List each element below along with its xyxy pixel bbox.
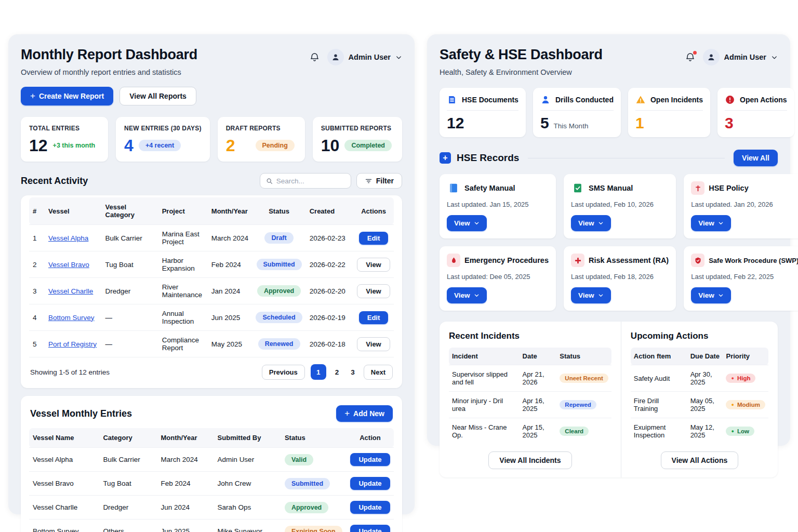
view-all-actions-button[interactable]: View All Actions xyxy=(661,451,739,469)
update-button[interactable]: Update xyxy=(350,477,390,490)
table-row: 4 Bottom Survey — Annual Inspection Jun … xyxy=(29,304,394,331)
status-badge: Approved xyxy=(257,285,301,297)
vessel-link[interactable]: Vessel Alpha xyxy=(48,234,88,242)
vessel-monthly-entries-card: Vessel Monthly Entries + Add New Vessel … xyxy=(21,396,402,532)
safety-hse-dashboard: Safety & HSE Dashboard Health, Safety & … xyxy=(427,34,790,446)
chevron-down-icon xyxy=(718,220,724,226)
edit-button[interactable]: Edit xyxy=(359,232,389,245)
last-updated-text: Last updated. Jan 15, 2025 xyxy=(447,201,549,208)
view-dropdown-button[interactable]: View xyxy=(447,287,487,303)
status-badge: Uneet Recent xyxy=(560,374,608,383)
page-2-button[interactable]: 2 xyxy=(332,366,342,378)
view-dropdown-button[interactable]: View xyxy=(447,215,487,231)
chevron-down-icon xyxy=(598,292,604,298)
last-updated-text: Last updated. Jan 20, 2026 xyxy=(691,201,798,208)
chevron-down-icon xyxy=(771,54,778,61)
update-button[interactable]: Update xyxy=(350,525,390,532)
previous-page-button[interactable]: Previous xyxy=(262,365,305,380)
incidents-actions-card: Recent Incidents Incident Date Status Su… xyxy=(440,322,778,477)
page-3-button[interactable]: 3 xyxy=(348,366,358,378)
monthly-report-dashboard: Monthly Report Dashboard Overview of mon… xyxy=(8,34,415,514)
next-page-button[interactable]: Next xyxy=(364,365,393,380)
stat-badge: +4 recent xyxy=(139,140,181,151)
upcoming-actions-table: Action ftem Due Date Priority Safety Aud… xyxy=(631,348,768,444)
status-badge: Renewed xyxy=(258,338,300,350)
stat-value: 5 xyxy=(540,115,549,131)
search-input[interactable] xyxy=(276,177,345,185)
table-row: Vessel Charlle Dredger Jun 2024 Sarah Op… xyxy=(29,496,394,520)
update-button[interactable]: Update xyxy=(350,501,390,514)
stat-card-submitted-reports: SUBMITTED REPORTS 10 Completed xyxy=(313,117,402,162)
table-row: Near Miss - Crane Op. Apr 15, 2025 Clear… xyxy=(449,418,611,445)
priority-badge: High xyxy=(726,374,755,383)
vessel-link[interactable]: Vessel Bravo xyxy=(48,261,89,269)
view-dropdown-button[interactable]: View xyxy=(571,215,611,231)
page-1-button[interactable]: 1 xyxy=(311,364,326,380)
safety-manual-icon xyxy=(447,181,460,195)
record-card-risk-assessment: Risk Assessment (RA) Last updated, Feb 1… xyxy=(564,246,676,311)
view-all-incidents-button[interactable]: View All Incidents xyxy=(488,451,571,469)
bell-icon[interactable] xyxy=(685,52,696,63)
status-badge: Scheduled xyxy=(256,312,302,323)
person-icon xyxy=(540,95,551,105)
status-badge: Expiring Soon xyxy=(285,526,342,532)
view-dropdown-button[interactable]: View xyxy=(571,287,611,303)
table-row: 3 Vessel Charlle Dredger River Maintenan… xyxy=(29,278,394,304)
divider xyxy=(528,158,725,158)
table-row: Fire Drill Training May 05, 2025 Modium xyxy=(631,392,768,418)
entries-count: Showing 1-5 of 12 entries xyxy=(30,368,110,376)
vessel-link[interactable]: Port of Registry xyxy=(48,340,97,348)
view-dropdown-button[interactable]: View xyxy=(691,215,731,231)
add-new-button[interactable]: + Add New xyxy=(336,405,393,422)
vessel-link[interactable]: Bottom Survey xyxy=(48,314,95,322)
stat-card-total-entries: TOTAL ENTRIES 12 +3 this month xyxy=(21,117,108,162)
recent-activity-table: # Vessel Vessel Category Project Month/Y… xyxy=(29,197,394,357)
document-icon xyxy=(447,95,457,105)
status-badge: Repewed xyxy=(560,400,596,409)
warning-triangle-icon xyxy=(635,95,646,105)
status-badge: Approved xyxy=(285,502,328,513)
recent-activity-table-card: # Vessel Vessel Category Project Month/Y… xyxy=(21,195,402,388)
status-badge: Cleard xyxy=(560,427,589,436)
last-updated-text: Last updated, Feb 18, 2026 xyxy=(571,273,669,281)
table-row: Minor injury - Dril urea Apr 16, 2025 Re… xyxy=(449,392,611,418)
alert-circle-icon xyxy=(725,95,735,105)
view-all-records-button[interactable]: View All xyxy=(734,150,778,166)
table-row: 2 Vessel Bravo Tug Boat Harbor Expansion… xyxy=(29,251,394,278)
user-avatar-icon xyxy=(703,49,720,65)
search-box xyxy=(260,173,351,189)
chevron-down-icon xyxy=(395,54,402,61)
stat-value: 3 xyxy=(725,115,734,131)
view-button[interactable]: View xyxy=(357,284,390,298)
view-button[interactable]: View xyxy=(357,258,390,272)
bell-icon[interactable] xyxy=(309,52,320,63)
page-title: Monthly Report Dashboard xyxy=(21,47,197,63)
stat-value: 1 xyxy=(635,115,644,131)
status-badge: Draft xyxy=(264,232,293,244)
stat-value: 12 xyxy=(447,115,464,131)
view-all-reports-button[interactable]: View All Reports xyxy=(119,87,196,105)
table-row: Safety Audit Apr 30, 2025 High xyxy=(631,365,768,392)
update-button[interactable]: Update xyxy=(350,453,390,466)
status-badge: Valid xyxy=(285,454,313,466)
create-new-report-button[interactable]: + Create New Report xyxy=(21,87,113,105)
stat-suffix: This Month xyxy=(554,122,589,130)
edit-button[interactable]: Edit xyxy=(359,311,389,324)
stat-badge: Completed xyxy=(344,140,392,151)
user-menu[interactable]: Admin User xyxy=(327,49,402,65)
filter-button[interactable]: Filter xyxy=(356,173,402,189)
vessel-link[interactable]: Vessel Charlle xyxy=(48,287,93,295)
user-menu[interactable]: Admin User xyxy=(703,49,778,65)
priority-badge: Modium xyxy=(726,400,765,409)
safe-work-procedure-icon xyxy=(691,254,704,267)
table-row: Exuipment Inspection May 12, 2025 Low xyxy=(631,418,768,445)
user-name: Admin User xyxy=(349,53,391,61)
desktop-canvas: Monthly Report Dashboard Overview of mon… xyxy=(0,0,798,532)
view-button[interactable]: View xyxy=(357,337,390,351)
notification-dot xyxy=(693,51,697,55)
view-dropdown-button[interactable]: View xyxy=(691,287,731,303)
table-row: 1 Vessel Alpha Bulk Carrier Marina East … xyxy=(29,225,394,251)
hse-records-title: HSE Records xyxy=(457,152,519,164)
plus-icon: + xyxy=(440,152,451,164)
table-row: Vessel Bravo Tug Boat Feb 2024 John Crew… xyxy=(29,472,394,496)
